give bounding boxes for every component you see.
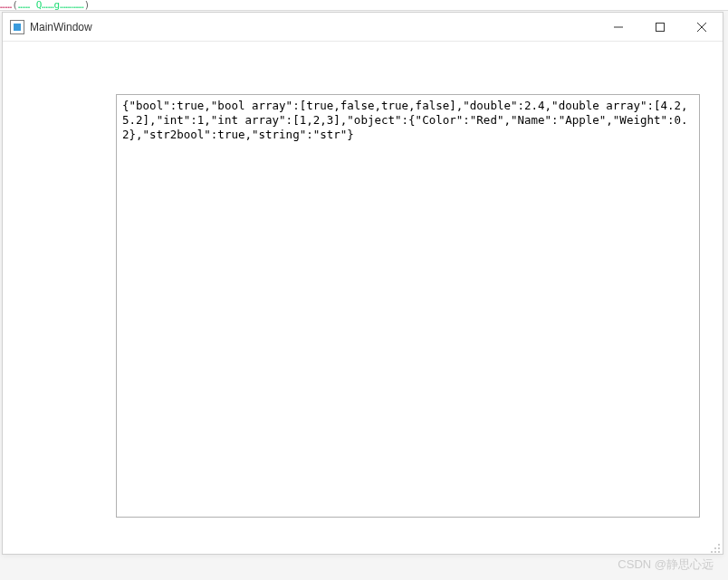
- maximize-icon: [656, 23, 665, 32]
- svg-point-5: [714, 547, 716, 549]
- close-button[interactable]: [681, 13, 723, 41]
- watermark-text: CSDN @静思心远: [618, 556, 714, 573]
- close-icon: [697, 23, 706, 32]
- titlebar-button-group: [598, 13, 723, 41]
- svg-point-6: [718, 547, 720, 549]
- main-window: MainWindow {"bool":true,"bool array: [2, 12, 723, 555]
- resize-grip-icon[interactable]: [710, 541, 721, 552]
- maximize-button[interactable]: [639, 13, 681, 41]
- svg-rect-1: [656, 23, 665, 31]
- titlebar[interactable]: MainWindow: [3, 13, 723, 42]
- window-icon: [10, 20, 24, 34]
- minimize-icon: [614, 23, 623, 32]
- window-title: MainWindow: [30, 21, 92, 33]
- svg-point-8: [714, 551, 716, 553]
- svg-point-4: [718, 544, 720, 546]
- editor-code-strip: ……(…… Q……g…………): [0, 0, 728, 11]
- svg-point-7: [711, 551, 713, 553]
- minimize-button[interactable]: [598, 13, 639, 41]
- client-area: {"bool":true,"bool array":[true,false,tr…: [3, 42, 723, 554]
- json-text-display[interactable]: {"bool":true,"bool array":[true,false,tr…: [116, 94, 700, 518]
- svg-point-9: [718, 551, 720, 553]
